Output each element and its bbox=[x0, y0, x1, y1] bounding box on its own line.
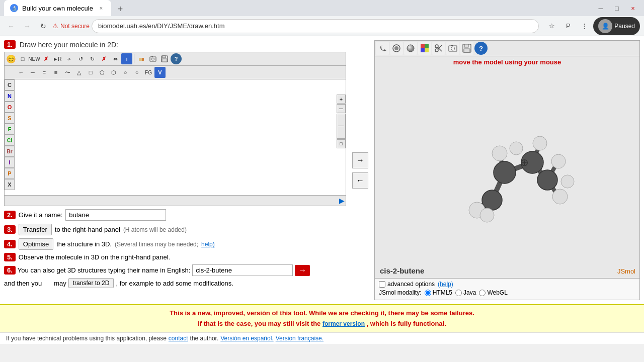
atom-F-btn[interactable]: F bbox=[5, 124, 15, 135]
redo-btn[interactable]: ↻ bbox=[87, 53, 98, 64]
penta-btn[interactable]: ⬠ bbox=[97, 67, 108, 78]
atom-Cl-btn[interactable]: Cl bbox=[5, 135, 15, 146]
sphere-btn[interactable] bbox=[404, 42, 417, 55]
zoom-controls: + ─ │ □ bbox=[337, 95, 346, 148]
transfer-btn[interactable]: Transfer bbox=[19, 224, 52, 235]
svg-point-15 bbox=[394, 46, 398, 50]
hexa-btn[interactable]: ⬡ bbox=[108, 67, 119, 78]
java-radio-label[interactable]: Java bbox=[455, 289, 476, 296]
atom-X-btn[interactable]: X bbox=[5, 179, 15, 190]
contact-link[interactable]: contact bbox=[169, 335, 188, 342]
single-bond-btn[interactable]: ─ bbox=[27, 67, 38, 78]
hepta-btn[interactable]: ○ bbox=[120, 67, 131, 78]
step2-badge: 2. bbox=[4, 211, 16, 219]
pinterest-btn[interactable]: P bbox=[561, 19, 575, 33]
info-btn[interactable]: i bbox=[121, 53, 132, 64]
r-btn[interactable]: ►R bbox=[52, 53, 63, 64]
atom-Br-btn[interactable]: Br bbox=[5, 146, 15, 157]
editor-canvas[interactable]: + ─ │ □ bbox=[26, 79, 346, 195]
triangle-btn[interactable]: △ bbox=[73, 67, 85, 78]
zoom-in-btn[interactable]: + bbox=[337, 95, 346, 104]
warning-bar: This is a new, improved, versión of this… bbox=[0, 304, 644, 332]
atom-N-btn[interactable]: N bbox=[5, 90, 15, 102]
play-btn[interactable]: ▶ bbox=[339, 197, 345, 205]
active-tab[interactable]: 🔬 Build your own molecule × bbox=[4, 0, 111, 16]
molecule-search-input[interactable] bbox=[192, 264, 293, 276]
jsmol-modality-row: JSmol modality: HTML5 Java WebGL bbox=[379, 289, 635, 296]
paused-badge[interactable]: 👤 Paused bbox=[593, 17, 640, 35]
new-tab-btn[interactable]: + bbox=[113, 2, 127, 16]
save3d-btn[interactable] bbox=[460, 42, 473, 55]
clear-btn[interactable]: ✗ bbox=[98, 53, 109, 64]
forward-btn[interactable]: → bbox=[20, 19, 34, 33]
save-btn[interactable] bbox=[159, 53, 170, 64]
espanol-link[interactable]: Versión en español. bbox=[220, 335, 273, 342]
octa-btn[interactable]: ○ bbox=[131, 67, 142, 78]
html5-radio-label[interactable]: HTML5 bbox=[425, 289, 452, 296]
atom-S-btn[interactable]: S bbox=[5, 113, 15, 124]
former-version-link[interactable]: former version bbox=[323, 320, 365, 327]
move-btn[interactable] bbox=[390, 42, 403, 55]
new-btn[interactable]: NEW bbox=[29, 53, 40, 64]
square-btn[interactable]: □ bbox=[85, 67, 96, 78]
french-link[interactable]: Version française. bbox=[276, 335, 324, 342]
zoom-reset-btn[interactable]: │ bbox=[337, 114, 346, 139]
zoom-out-btn[interactable]: ─ bbox=[337, 104, 346, 113]
smiley-btn[interactable]: 😊 bbox=[6, 53, 17, 64]
viewer-help-btn[interactable]: ? bbox=[474, 42, 488, 55]
close-btn[interactable]: × bbox=[626, 1, 640, 15]
load-3d-btn[interactable]: → bbox=[295, 265, 310, 276]
double-bond-btn[interactable]: = bbox=[39, 67, 50, 78]
scissors-btn[interactable] bbox=[432, 42, 445, 55]
wavy-bond-btn[interactable]: 〜 bbox=[62, 67, 73, 78]
atom-C-btn[interactable]: C bbox=[5, 79, 15, 90]
advanced-help-link[interactable]: (help) bbox=[438, 281, 453, 288]
svg-rect-17 bbox=[421, 44, 425, 48]
undo-btn[interactable]: ↺ bbox=[75, 53, 86, 64]
color-btn[interactable] bbox=[418, 42, 431, 55]
viewer-canvas[interactable]: move the model using your mouse bbox=[375, 56, 639, 278]
atom-I-btn[interactable]: I bbox=[5, 157, 15, 168]
eraser-btn[interactable] bbox=[136, 53, 147, 64]
reload-btn[interactable]: ↻ bbox=[36, 19, 50, 33]
triple-bond-btn[interactable]: ≡ bbox=[50, 67, 61, 78]
wave-btn[interactable]: ≁ bbox=[63, 53, 74, 64]
webgl-radio[interactable] bbox=[479, 290, 486, 296]
camera-btn[interactable] bbox=[446, 42, 459, 55]
advanced-options-input[interactable] bbox=[379, 281, 385, 288]
svg-point-46 bbox=[492, 146, 507, 161]
atom-P-btn[interactable]: P bbox=[5, 168, 15, 179]
help-btn[interactable]: ? bbox=[171, 53, 182, 64]
rotate-btn[interactable] bbox=[376, 42, 389, 55]
molecule-3d-label: cis-2-butene bbox=[380, 266, 424, 275]
rect-btn[interactable]: □ bbox=[17, 53, 28, 64]
back-btn[interactable]: ← bbox=[4, 19, 18, 33]
snapshot-btn[interactable] bbox=[147, 53, 158, 64]
transfer2d-btn[interactable]: transfer to 2D bbox=[68, 278, 114, 288]
step1-badge: 1. bbox=[4, 40, 16, 49]
html5-radio[interactable] bbox=[425, 290, 431, 296]
optimise-btn[interactable]: Optimise bbox=[19, 238, 53, 250]
step3-text: to the right-hand panel bbox=[55, 226, 120, 233]
exchange-btn[interactable]: ⇔ bbox=[110, 53, 121, 64]
arrow-left-btn[interactable]: ← bbox=[16, 67, 27, 78]
bookmark-btn[interactable]: ☆ bbox=[545, 19, 559, 33]
advanced-options-checkbox[interactable]: advanced options bbox=[379, 281, 435, 288]
menu-btn[interactable]: ⋮ bbox=[577, 19, 591, 33]
minimize-btn[interactable]: ─ bbox=[594, 1, 608, 15]
zoom-fit-btn[interactable]: □ bbox=[337, 139, 346, 148]
delete-btn[interactable]: ✗ bbox=[40, 53, 51, 64]
java-radio[interactable] bbox=[455, 290, 462, 296]
maximize-btn[interactable]: □ bbox=[610, 1, 624, 15]
webgl-radio-label[interactable]: WebGL bbox=[479, 289, 507, 296]
atom-O-btn[interactable]: O bbox=[5, 102, 15, 113]
molecule-name-input[interactable] bbox=[65, 209, 166, 221]
fg-btn[interactable]: FG bbox=[143, 67, 154, 78]
send-left-btn[interactable]: ← bbox=[352, 172, 368, 189]
address-bar[interactable]: biomodel.uah.es/en/DIY/JSME/draw.en.htm bbox=[92, 19, 539, 33]
step4-help-link[interactable]: help) bbox=[201, 241, 215, 248]
v-btn[interactable]: V bbox=[154, 67, 166, 78]
tab-close-btn[interactable]: × bbox=[97, 4, 105, 12]
step5-row: 5. Observe the molecule in 3D on the rig… bbox=[4, 253, 346, 261]
send-right-btn[interactable]: → bbox=[352, 152, 368, 168]
